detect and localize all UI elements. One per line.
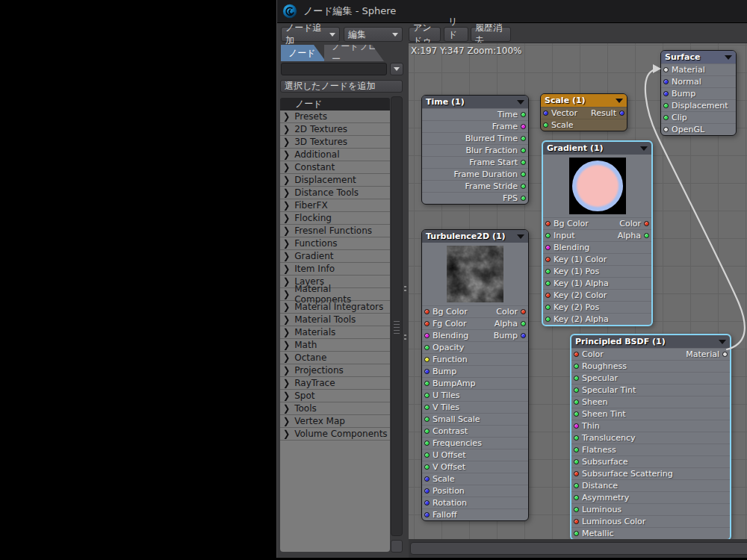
- turbulence2d-input-port-v-tiles[interactable]: [424, 405, 430, 410]
- turbulence2d-input-port-contrast[interactable]: [424, 429, 430, 434]
- principled-bsdf-input-port-subsurface[interactable]: [574, 459, 579, 464]
- turbulence2d-output-port-alpha[interactable]: [521, 321, 526, 326]
- principled-bsdf-input-port-flatness[interactable]: [574, 447, 579, 452]
- principled-bsdf-input-port-subsurface-scattering[interactable]: [574, 471, 579, 476]
- category-item-volume-components[interactable]: ❯Volume Components: [280, 428, 390, 441]
- category-item-fresnel-functions[interactable]: ❯Fresnel Functions: [280, 225, 390, 237]
- category-item-3d-textures[interactable]: ❯3D Textures: [280, 136, 390, 149]
- gradient-output-port-alpha[interactable]: [644, 233, 649, 238]
- node-principled-bsdf[interactable]: Principled BSDF (1)ColorMaterialRoughnes…: [570, 334, 731, 539]
- node-graph-canvas[interactable]: X:197 Y:347 Zoom:100% Time (1)TimeFrameB…: [409, 43, 747, 539]
- collapse-chevron-icon[interactable]: [616, 99, 623, 103]
- category-item-octane[interactable]: ❯Octane: [280, 352, 390, 364]
- principled-bsdf-output-port-material[interactable]: [722, 352, 728, 357]
- node-scale-header[interactable]: Scale (1): [541, 94, 627, 107]
- category-item-material-tools[interactable]: ❯Material Tools: [280, 314, 390, 326]
- category-item-additional[interactable]: ❯Additional: [280, 149, 390, 161]
- surface-input-port-bump[interactable]: [663, 91, 669, 96]
- turbulence2d-input-port-bg-color[interactable]: [424, 309, 430, 314]
- category-item-vertex-map[interactable]: ❯Vertex Map: [280, 415, 390, 428]
- gradient-input-port-key-1-color[interactable]: [545, 257, 551, 262]
- principled-bsdf-input-port-translucency[interactable]: [574, 435, 579, 441]
- turbulence2d-input-port-rotation[interactable]: [424, 500, 430, 505]
- category-item-item-info[interactable]: ❯Item Info: [280, 263, 390, 276]
- principled-bsdf-input-port-color[interactable]: [574, 352, 579, 357]
- turbulence2d-input-port-frequencies[interactable]: [424, 441, 430, 446]
- node-turbulence2d[interactable]: Turbulence2D (1)Bg ColorColorFg ColorAlp…: [421, 229, 529, 521]
- category-list-scrollbar[interactable]: [391, 96, 403, 536]
- turbulence2d-input-port-blending[interactable]: [424, 333, 430, 338]
- title-bar[interactable]: ノード編集 - Sphere: [277, 0, 747, 23]
- collapse-chevron-icon[interactable]: [640, 146, 648, 151]
- gradient-input-port-key-2-pos[interactable]: [545, 305, 551, 310]
- turbulence2d-input-port-small-scale[interactable]: [424, 417, 430, 422]
- collapse-chevron-icon[interactable]: [517, 100, 524, 105]
- scale-input-port-scale[interactable]: [543, 122, 548, 128]
- gradient-input-port-key-1-alpha[interactable]: [545, 281, 551, 286]
- surface-input-port-opengl[interactable]: [663, 127, 669, 132]
- principled-bsdf-input-port-specular[interactable]: [574, 376, 579, 381]
- panel-splitter-handle[interactable]: [404, 335, 406, 342]
- category-item-gradient[interactable]: ❯Gradient: [280, 250, 390, 263]
- time-output-port-fps[interactable]: [521, 196, 526, 201]
- gradient-input-port-blending[interactable]: [545, 245, 551, 250]
- category-item-tools[interactable]: ❯Tools: [280, 402, 390, 415]
- turbulence2d-input-port-function[interactable]: [424, 357, 430, 362]
- principled-bsdf-input-port-specular-tint[interactable]: [574, 388, 579, 393]
- gradient-input-port-key-2-color[interactable]: [545, 293, 551, 298]
- principled-bsdf-input-port-thin[interactable]: [574, 423, 579, 429]
- gradient-input-port-key-1-pos[interactable]: [545, 269, 551, 274]
- turbulence2d-input-port-falloff[interactable]: [424, 512, 430, 517]
- category-item-math[interactable]: ❯Math: [280, 339, 390, 352]
- undo-button[interactable]: アンドゥ: [409, 27, 441, 42]
- turbulence2d-input-port-u-tiles[interactable]: [424, 393, 430, 398]
- time-output-port-frame-stride[interactable]: [521, 184, 526, 189]
- time-output-port-frame-duration[interactable]: [521, 172, 526, 177]
- gradient-input-port-key-2-alpha[interactable]: [545, 317, 551, 322]
- time-output-port-blur-fraction[interactable]: [521, 148, 526, 153]
- clear-history-button[interactable]: 履歴消去: [471, 27, 511, 42]
- collapse-chevron-icon[interactable]: [725, 55, 732, 60]
- redo-button[interactable]: リドゥ: [444, 27, 468, 42]
- principled-bsdf-input-port-metallic[interactable]: [574, 531, 579, 536]
- tab-node[interactable]: ノード: [281, 45, 326, 61]
- scale-output-port-result[interactable]: [619, 111, 624, 116]
- node-principled-bsdf-header[interactable]: Principled BSDF (1): [571, 335, 730, 348]
- principled-bsdf-input-port-roughness[interactable]: [574, 364, 579, 369]
- surface-input-port-displacement[interactable]: [663, 103, 669, 108]
- add-selected-node-button[interactable]: 選択したノードを追加: [280, 80, 403, 93]
- tab-node-flow[interactable]: ノードフロー: [324, 45, 384, 61]
- surface-input-port-clip[interactable]: [663, 115, 669, 120]
- turbulence2d-input-port-opacity[interactable]: [424, 345, 430, 350]
- turbulence2d-input-port-fg-color[interactable]: [424, 321, 430, 326]
- category-item-projections[interactable]: ❯Projections: [280, 364, 390, 377]
- turbulence2d-input-port-scale[interactable]: [424, 476, 430, 482]
- time-output-port-time[interactable]: [521, 112, 526, 117]
- time-output-port-blurred-time[interactable]: [521, 136, 526, 141]
- node-time-header[interactable]: Time (1): [422, 96, 528, 108]
- turbulence2d-input-port-position[interactable]: [424, 488, 430, 494]
- node-filter-dropdown-button[interactable]: [390, 63, 403, 75]
- scale-input-port-vector[interactable]: [543, 111, 548, 116]
- surface-input-port-material[interactable]: [663, 67, 669, 72]
- principled-bsdf-input-port-luminous[interactable]: [574, 507, 579, 512]
- turbulence2d-input-port-v-offset[interactable]: [424, 464, 430, 470]
- gradient-input-port-bg-color[interactable]: [545, 221, 551, 226]
- node-gradient[interactable]: Gradient (1)Bg ColorColorInputAlphaBlend…: [542, 140, 653, 326]
- category-item-materials[interactable]: ❯Materials: [280, 326, 390, 339]
- principled-bsdf-input-port-distance[interactable]: [574, 483, 579, 488]
- panel-splitter-handle[interactable]: [404, 286, 406, 293]
- time-output-port-frame-start[interactable]: [521, 160, 526, 165]
- node-surface-header[interactable]: Surface: [661, 51, 736, 63]
- principled-bsdf-input-port-asymmetry[interactable]: [574, 495, 579, 500]
- category-item-distance-tools[interactable]: ❯Distance Tools: [280, 187, 390, 199]
- collapse-chevron-icon[interactable]: [517, 234, 524, 239]
- category-item-presets[interactable]: ❯Presets: [280, 111, 390, 123]
- category-item-spot[interactable]: ❯Spot: [280, 390, 390, 402]
- turbulence2d-output-port-bump[interactable]: [521, 333, 526, 338]
- turbulence2d-output-port-color[interactable]: [521, 309, 526, 314]
- category-item-2d-textures[interactable]: ❯2D Textures: [280, 123, 390, 136]
- gradient-input-port-input[interactable]: [545, 233, 551, 238]
- node-scale[interactable]: Scale (1)VectorResultScale: [540, 93, 627, 131]
- node-time[interactable]: Time (1)TimeFrameBlurred TimeBlur Fracti…: [421, 95, 529, 205]
